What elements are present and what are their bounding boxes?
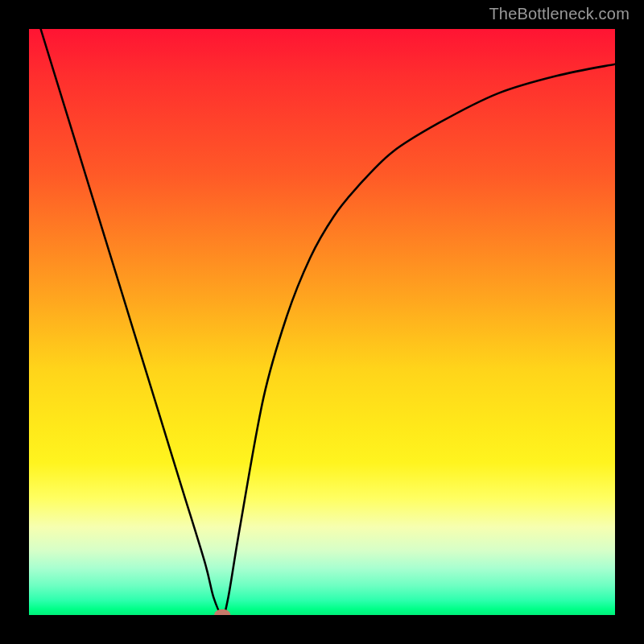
curve-layer (29, 29, 615, 615)
watermark-text: TheBottleneck.com (489, 5, 630, 23)
minimum-point-marker (214, 609, 230, 615)
chart-frame: TheBottleneck.com (0, 0, 644, 644)
bottleneck-curve (41, 29, 615, 615)
plot-area (29, 29, 615, 615)
